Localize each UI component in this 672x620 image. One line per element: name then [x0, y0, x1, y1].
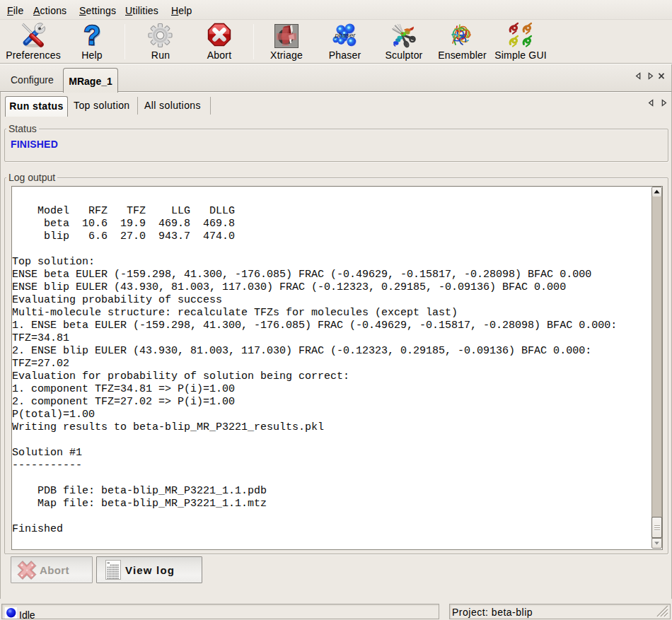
svg-text:?: ? [83, 22, 100, 49]
svg-text:phaser: phaser [334, 31, 356, 39]
